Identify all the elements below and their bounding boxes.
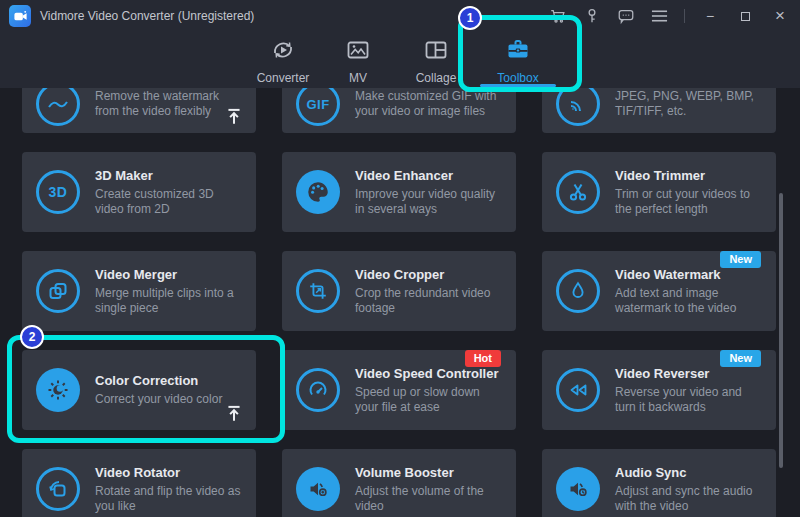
speaker-clock-icon xyxy=(556,467,600,511)
merge-icon xyxy=(36,269,80,313)
card-desc: Remove the watermark from the video flex… xyxy=(95,89,244,119)
3d-maker-icon: 3D xyxy=(36,170,80,214)
minimize-button[interactable]: − xyxy=(700,6,720,26)
card-desc: Crop the redundant video footage xyxy=(355,286,504,316)
card-desc: JPEG, PNG, WEBP, BMP, TIF/TIFF, etc. xyxy=(615,89,764,119)
card-desc: Speed up or slow down your file at ease xyxy=(355,385,504,415)
card-desc: Merge multiple clips into a single piece xyxy=(95,286,244,316)
converter-icon xyxy=(269,36,297,64)
crop-icon xyxy=(296,269,340,313)
card-title: Video Speed Controller xyxy=(355,366,504,381)
card-title: Video Cropper xyxy=(355,267,504,282)
image-converter-icon xyxy=(556,88,600,126)
mv-icon xyxy=(344,36,372,64)
new-badge: New xyxy=(720,350,761,367)
top-arrow-icon[interactable] xyxy=(224,403,244,423)
card-video-reverser[interactable]: New Video Reverser Reverse your video an… xyxy=(542,350,776,430)
tab-collage[interactable]: Collage xyxy=(396,36,476,85)
card-title: Video Merger xyxy=(95,267,244,282)
card-desc: Create customized 3D video from 2D xyxy=(95,187,244,217)
close-button[interactable]: × xyxy=(770,6,790,26)
card-title: Video Trimmer xyxy=(615,168,764,183)
card-title: 3D Maker xyxy=(95,168,244,183)
header-bar: Vidmore Video Converter (Unregistered) −… xyxy=(0,0,800,88)
tool-grid: Remove the watermark from the video flex… xyxy=(22,88,776,517)
tab-toolbox[interactable]: Toolbox xyxy=(478,36,558,85)
card-desc: Add text and image watermark to the vide… xyxy=(615,286,764,316)
card-video-rotator[interactable]: Video Rotator Rotate and flip the video … xyxy=(22,449,256,517)
scissors-icon xyxy=(556,170,600,214)
card-video-speed-controller[interactable]: Hot Video Speed Controller Speed up or s… xyxy=(282,350,516,430)
gif-maker-icon: GIF xyxy=(296,88,340,126)
card-desc: Correct your video color xyxy=(95,392,222,407)
tab-label: Toolbox xyxy=(478,71,558,85)
key-icon[interactable] xyxy=(582,7,601,26)
card-title: Color Correction xyxy=(95,373,222,388)
card-desc: Make customized GIF with your video or i… xyxy=(355,89,504,119)
menu-icon[interactable] xyxy=(650,7,669,26)
toolbox-panel: Remove the watermark from the video flex… xyxy=(0,88,800,517)
card-title: Audio Sync xyxy=(615,465,764,480)
card-desc: Rotate and flip the video as you like xyxy=(95,484,244,514)
card-desc: Adjust the volume of the video xyxy=(355,484,504,514)
tab-converter[interactable]: Converter xyxy=(243,36,323,85)
top-arrow-icon[interactable] xyxy=(224,106,244,126)
watermark-remover-icon xyxy=(36,88,80,126)
palette-icon xyxy=(296,170,340,214)
card-3d-maker[interactable]: 3D 3D Maker Create customized 3D video f… xyxy=(22,152,256,232)
card-video-cropper[interactable]: Video Cropper Crop the redundant video f… xyxy=(282,251,516,331)
scrollbar-thumb[interactable] xyxy=(779,193,783,468)
card-video-trimmer[interactable]: Video Trimmer Trim or cut your videos to… xyxy=(542,152,776,232)
sun-icon xyxy=(36,368,80,412)
card-desc: Improve your video quality in several wa… xyxy=(355,187,504,217)
card-video-merger[interactable]: Video Merger Merge multiple clips into a… xyxy=(22,251,256,331)
card-watermark-remover[interactable]: Remove the watermark from the video flex… xyxy=(22,88,256,133)
tab-label: Collage xyxy=(396,71,476,85)
rewind-icon xyxy=(556,368,600,412)
hot-badge: Hot xyxy=(465,350,501,367)
card-title: Video Rotator xyxy=(95,465,244,480)
card-desc: Reverse your video and turn it backwards xyxy=(615,385,764,415)
card-desc: Adjust and sync the audio with the video xyxy=(615,484,764,514)
speaker-plus-icon xyxy=(296,467,340,511)
card-video-enhancer[interactable]: Video Enhancer Improve your video qualit… xyxy=(282,152,516,232)
card-desc: Trim or cut your videos to the perfect l… xyxy=(615,187,764,217)
card-volume-booster[interactable]: Volume Booster Adjust the volume of the … xyxy=(282,449,516,517)
water-drop-icon xyxy=(556,269,600,313)
tab-label: Converter xyxy=(243,71,323,85)
app-window: Vidmore Video Converter (Unregistered) −… xyxy=(0,0,800,517)
collage-icon xyxy=(422,36,450,64)
card-color-correction[interactable]: Color Correction Correct your video colo… xyxy=(22,350,256,430)
card-title: Video Enhancer xyxy=(355,168,504,183)
titlebar-divider xyxy=(684,9,685,23)
card-title: Volume Booster xyxy=(355,465,504,480)
window-title: Vidmore Video Converter (Unregistered) xyxy=(40,0,254,32)
app-logo-icon xyxy=(9,5,31,27)
card-title: Video Reverser xyxy=(615,366,764,381)
card-image-converter[interactable]: JPEG, PNG, WEBP, BMP, TIF/TIFF, etc. xyxy=(542,88,776,133)
card-gif-maker[interactable]: GIF Make customized GIF with your video … xyxy=(282,88,516,133)
feedback-icon[interactable] xyxy=(616,7,635,26)
new-badge: New xyxy=(720,251,761,268)
title-bar: Vidmore Video Converter (Unregistered) −… xyxy=(0,0,800,32)
card-video-watermark[interactable]: New Video Watermark Add text and image w… xyxy=(542,251,776,331)
tab-label: MV xyxy=(318,71,398,85)
card-title: Video Watermark xyxy=(615,267,764,282)
active-tab-underline xyxy=(480,84,556,87)
rotate-icon xyxy=(36,467,80,511)
cart-icon[interactable] xyxy=(548,7,567,26)
tab-mv[interactable]: MV xyxy=(318,36,398,85)
card-audio-sync[interactable]: Audio Sync Adjust and sync the audio wit… xyxy=(542,449,776,517)
speedometer-icon xyxy=(296,368,340,412)
maximize-button[interactable] xyxy=(735,6,755,26)
toolbox-icon xyxy=(504,36,532,64)
